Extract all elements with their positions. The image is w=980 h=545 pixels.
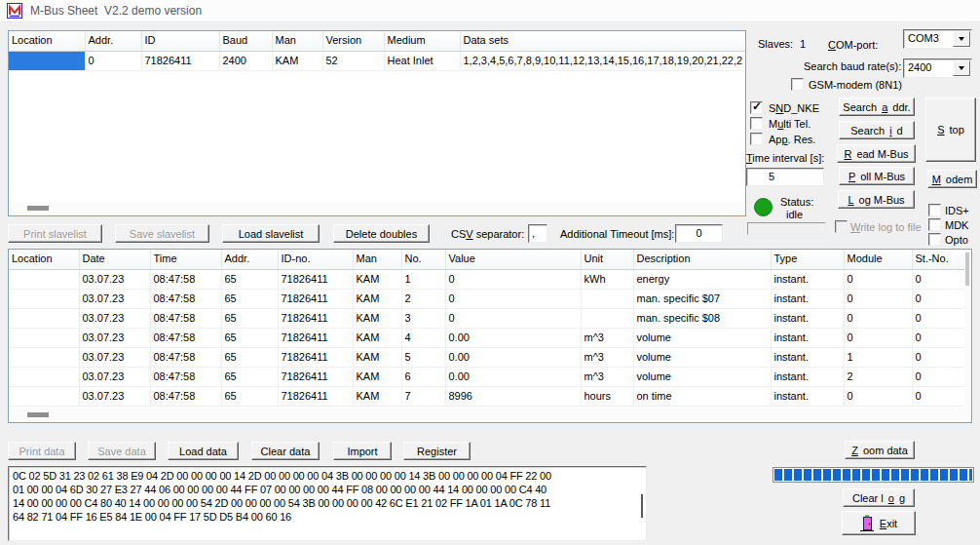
data-table-cell[interactable]: m^3: [581, 328, 633, 347]
exit-button[interactable]: Exit: [842, 511, 916, 535]
data-table-cell[interactable]: [9, 308, 79, 328]
modem-button[interactable]: Modem: [927, 170, 977, 188]
data-table-cell[interactable]: [9, 347, 79, 367]
data-column-header[interactable]: Type: [771, 250, 844, 269]
data-table-cell[interactable]: instant.: [771, 308, 844, 328]
data-column-header[interactable]: Module: [844, 250, 912, 269]
slave-column-header[interactable]: Baud: [219, 31, 272, 51]
data-table-cell[interactable]: m^3: [581, 367, 633, 386]
data-column-header[interactable]: No.: [401, 250, 445, 269]
scrollbar-thumb[interactable]: [27, 412, 49, 417]
app-res-checkbox[interactable]: [750, 133, 763, 145]
time-interval-input[interactable]: 5: [746, 168, 824, 186]
data-table-row[interactable]: 03.07.2308:47:586571826411KAM40.00m^3vol…: [9, 328, 966, 347]
data-table-cell[interactable]: 3: [401, 308, 445, 328]
data-table-cell[interactable]: 71826411: [278, 328, 353, 347]
search-addr-button[interactable]: Search addr.: [839, 97, 915, 116]
data-table-cell[interactable]: 71826411: [278, 289, 353, 308]
data-table-cell[interactable]: 0: [912, 347, 966, 367]
data-table-cell[interactable]: 0: [844, 308, 912, 328]
slave-table-row[interactable]: 0718264112400KAM52Heat Inlet1,2,3,4,5,6,…: [9, 51, 746, 70]
load-data-button[interactable]: Load data: [168, 442, 239, 460]
data-column-header[interactable]: Description: [633, 250, 771, 269]
data-table-cell[interactable]: 71826411: [278, 367, 353, 386]
data-table-cell[interactable]: energy: [633, 269, 771, 289]
horizontal-scrollbar[interactable]: [10, 409, 970, 421]
data-table-cell[interactable]: instant.: [771, 386, 844, 406]
log-mbus-button[interactable]: Log M-Bus: [838, 190, 915, 209]
import-button[interactable]: Import: [333, 442, 392, 460]
data-table-cell[interactable]: volume: [633, 347, 771, 367]
data-table-cell[interactable]: 0: [445, 289, 581, 308]
additional-timeout-input[interactable]: 0: [675, 224, 723, 243]
slave-table-cell[interactable]: [9, 51, 85, 70]
data-table-cell[interactable]: [9, 269, 79, 289]
data-table-row[interactable]: 03.07.2308:47:586571826411KAM78996hourso…: [9, 386, 966, 406]
data-table-cell[interactable]: 08:47:58: [150, 347, 221, 367]
data-table-cell[interactable]: hours: [581, 386, 633, 406]
data-column-header[interactable]: Unit: [581, 250, 633, 269]
slave-table-cell[interactable]: 71826411: [141, 51, 219, 70]
data-table-cell[interactable]: 0: [844, 328, 912, 347]
data-table-cell[interactable]: [9, 386, 79, 406]
data-table-cell[interactable]: on time: [633, 386, 771, 406]
vertical-scrollbar[interactable]: [964, 251, 970, 408]
delete-doubles-button[interactable]: Delete doubles: [333, 224, 430, 243]
data-table-cell[interactable]: 0: [912, 367, 966, 386]
slave-table-cell[interactable]: 2400: [219, 51, 272, 70]
gsm-modem-checkbox[interactable]: [791, 78, 804, 91]
load-slavelist-button[interactable]: Load slavelist: [222, 224, 320, 243]
data-table-cell[interactable]: 4: [401, 328, 445, 347]
data-table-cell[interactable]: 65: [221, 367, 278, 386]
data-table-cell[interactable]: 5: [401, 347, 445, 367]
slave-column-header[interactable]: Man: [272, 31, 322, 51]
data-table-cell[interactable]: 0: [912, 269, 966, 289]
scrollbar-thumb[interactable]: [641, 494, 643, 518]
slave-table-cell[interactable]: 1,2,3,4,5,6,7,8,9,10,11,12,13,14,15,16,1…: [460, 51, 746, 70]
data-table-cell[interactable]: KAM: [353, 328, 401, 347]
data-table-cell[interactable]: 71826411: [278, 269, 353, 289]
snd-nke-checkbox[interactable]: ✓: [750, 101, 763, 114]
data-column-header[interactable]: ID-no.: [278, 250, 353, 269]
data-table-cell[interactable]: 65: [221, 289, 278, 308]
data-table-cell[interactable]: 65: [221, 308, 278, 328]
data-table-cell[interactable]: 03.07.23: [79, 308, 150, 328]
data-table-cell[interactable]: 0.00: [445, 367, 581, 386]
data-table-cell[interactable]: 03.07.23: [79, 347, 150, 367]
baud-rate-dropdown-button[interactable]: [953, 60, 970, 76]
data-table-cell[interactable]: instant.: [771, 367, 844, 386]
ids-checkbox[interactable]: [928, 204, 941, 216]
scrollbar-thumb[interactable]: [27, 206, 49, 211]
data-table-cell[interactable]: 0: [912, 386, 966, 406]
data-table-cell[interactable]: kWh: [581, 269, 633, 289]
data-table-cell[interactable]: 08:47:58: [150, 367, 221, 386]
data-table-cell[interactable]: 71826411: [278, 386, 353, 406]
data-table-cell[interactable]: 0: [445, 308, 581, 328]
data-table-cell[interactable]: instant.: [771, 269, 844, 289]
data-column-header[interactable]: Location: [9, 250, 79, 269]
data-table-cell[interactable]: 65: [221, 328, 278, 347]
data-table-cell[interactable]: 71826411: [278, 308, 353, 328]
clear-data-button[interactable]: Clear data: [251, 442, 320, 460]
zoom-data-button[interactable]: Zoom data: [845, 441, 915, 459]
data-table-cell[interactable]: 0.00: [445, 328, 581, 347]
data-table-cell[interactable]: 0: [912, 308, 966, 328]
horizontal-scrollbar[interactable]: [10, 202, 744, 214]
data-table-row[interactable]: 03.07.2308:47:586571826411KAM60.00m^3vol…: [9, 367, 966, 386]
data-table-cell[interactable]: 0: [912, 289, 966, 308]
data-table-cell[interactable]: 03.07.23: [79, 386, 150, 406]
scrollbar-thumb[interactable]: [965, 253, 969, 286]
com-port-dropdown-button[interactable]: [953, 31, 970, 47]
slave-column-header[interactable]: Addr.: [85, 31, 141, 51]
data-table-cell[interactable]: instant.: [771, 289, 844, 308]
data-column-header[interactable]: Addr.: [221, 250, 278, 269]
data-table-row[interactable]: 03.07.2308:47:586571826411KAM10kWhenergy…: [9, 269, 966, 289]
data-table-cell[interactable]: 03.07.23: [79, 328, 150, 347]
data-table-cell[interactable]: instant.: [771, 347, 844, 367]
data-table-cell[interactable]: [9, 289, 79, 308]
stop-button[interactable]: Stop: [925, 97, 976, 162]
slave-column-header[interactable]: Medium: [384, 31, 460, 51]
slave-column-header[interactable]: Data sets: [460, 31, 746, 51]
slave-table-cell[interactable]: KAM: [272, 51, 322, 70]
data-table-cell[interactable]: 03.07.23: [79, 269, 150, 289]
